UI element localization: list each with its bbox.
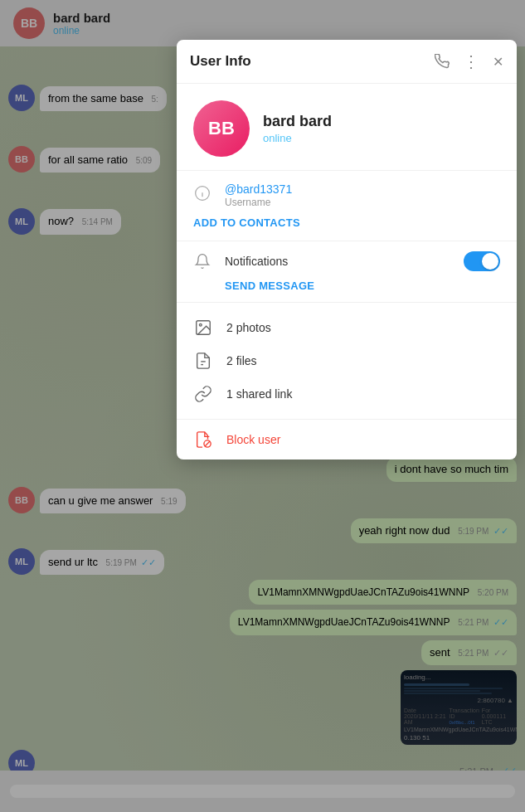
block-section: Block user — [177, 420, 517, 459]
shared-links-label: 1 shared link — [226, 387, 292, 401]
profile-status: online — [263, 132, 332, 144]
user-info-panel: User Info ⋮ ✕ BB bard bard online — [177, 40, 517, 459]
files-label: 2 files — [226, 354, 257, 367]
link-icon — [193, 384, 213, 404]
profile-name: bard bard — [263, 113, 332, 130]
shared-links-row[interactable]: 1 shared link — [193, 377, 500, 411]
files-icon — [193, 351, 213, 371]
add-to-contacts-button[interactable]: ADD TO CONTACTS — [193, 216, 500, 229]
phone-icon — [435, 54, 450, 69]
send-message-button[interactable]: SEND MESSAGE — [193, 280, 500, 292]
more-options-button[interactable]: ⋮ — [463, 51, 479, 71]
toggle-knob — [482, 253, 498, 270]
profile-section: BB bard bard online — [177, 84, 517, 171]
block-user-button[interactable]: Block user — [193, 430, 500, 450]
more-icon: ⋮ — [463, 51, 479, 71]
svg-point-4 — [199, 323, 202, 326]
photos-icon — [193, 318, 213, 338]
username-value: @bard13371 — [225, 182, 292, 196]
block-user-label: Block user — [226, 433, 280, 446]
panel-title: User Info — [190, 53, 435, 70]
username-row: @bard13371 Username — [193, 182, 500, 208]
close-icon: ✕ — [493, 54, 503, 70]
close-button[interactable]: ✕ — [493, 54, 503, 70]
call-button[interactable] — [435, 54, 450, 69]
svg-line-8 — [205, 441, 210, 446]
profile-avatar: BB — [193, 100, 250, 157]
panel-header: User Info ⋮ ✕ — [177, 40, 517, 84]
notifications-section: Notifications SEND MESSAGE — [177, 241, 517, 303]
info-icon — [193, 184, 211, 202]
notifications-label: Notifications — [225, 255, 288, 268]
notifications-toggle[interactable] — [464, 251, 500, 271]
photos-row[interactable]: 2 photos — [193, 311, 500, 344]
notifications-row: Notifications — [193, 251, 500, 271]
block-icon — [193, 430, 213, 450]
username-section: @bard13371 Username ADD TO CONTACTS — [177, 171, 517, 241]
username-label: Username — [225, 197, 292, 208]
panel-actions: ⋮ ✕ — [435, 51, 503, 71]
photos-label: 2 photos — [226, 321, 271, 334]
bell-icon — [193, 252, 211, 270]
media-section: 2 photos 2 files 1 shared link — [177, 303, 517, 420]
profile-info: bard bard online — [263, 113, 332, 144]
files-row[interactable]: 2 files — [193, 344, 500, 377]
